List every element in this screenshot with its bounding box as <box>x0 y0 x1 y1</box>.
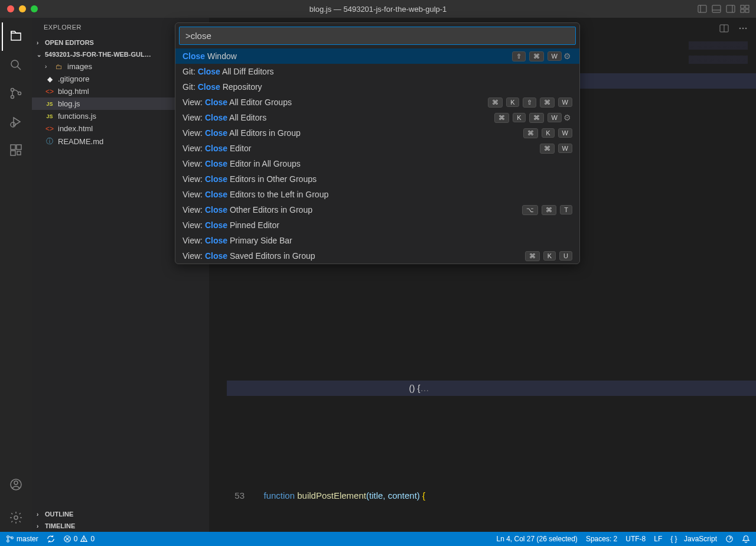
customize-layout-icon[interactable] <box>738 2 751 15</box>
svg-rect-8 <box>741 9 744 12</box>
keyword: function <box>264 490 295 500</box>
toggle-secondary-sidebar-icon[interactable] <box>724 2 737 15</box>
svg-point-10 <box>11 60 18 67</box>
svg-rect-17 <box>11 145 15 150</box>
command-item[interactable]: View: Close Other Editors in Group⌥⌘T <box>175 202 579 217</box>
svg-point-27 <box>742 28 744 30</box>
outline-section[interactable]: › OUTLINE <box>32 508 209 520</box>
command-item[interactable]: View: Close All Editor Groups⌘K⇧⌘W <box>175 95 579 110</box>
svg-marker-15 <box>14 118 20 126</box>
svg-point-36 <box>84 540 84 541</box>
command-item[interactable]: Git: Close All Diff Editors <box>175 64 579 79</box>
line-number: 53 <box>227 488 256 503</box>
command-label: View: Close All Editors in Group <box>183 128 523 138</box>
command-label: View: Close All Editor Groups <box>183 98 488 107</box>
command-item[interactable]: View: Close Editor in All Groups <box>175 156 579 171</box>
command-palette-input[interactable] <box>179 27 576 45</box>
debug-activity[interactable] <box>2 108 30 136</box>
keybinding: ⇧⌘W <box>512 51 562 61</box>
svg-rect-2 <box>712 5 721 12</box>
language-status[interactable]: { } JavaScript <box>670 535 717 543</box>
keybinding: ⌘K⌘W <box>494 113 562 123</box>
warning-count: 0 <box>90 535 94 543</box>
command-item[interactable]: Git: Close Repository <box>175 79 579 95</box>
command-label: Git: Close All Diff Editors <box>183 67 572 76</box>
command-label: Git: Close Repository <box>183 82 572 92</box>
maximize-window-button[interactable] <box>31 5 38 12</box>
status-bar: master 0 0 Ln 4, Col 27 (26 selected) Sp… <box>0 532 756 546</box>
folder-name: 5493201-JS-FOR-THE-WEB-GUL… <box>45 51 151 58</box>
command-label: View: Close Other Editors in Group <box>183 205 522 214</box>
titlebar: blog.js — 5493201-js-for-the-web-gulp-1 <box>0 0 756 18</box>
chevron-down-icon: ⌄ <box>37 51 43 58</box>
minimize-window-button[interactable] <box>19 5 26 12</box>
close-window-button[interactable] <box>7 5 14 12</box>
file-name: blog.js <box>58 99 80 108</box>
chevron-right-icon: › <box>37 40 43 46</box>
search-activity[interactable] <box>2 51 30 79</box>
branch-icon <box>6 535 14 543</box>
command-item[interactable]: View: Close All Editors⌘K⌘W⚙ <box>175 110 579 125</box>
layout-controls <box>696 2 751 15</box>
keybinding: ⌥⌘T <box>522 205 572 215</box>
error-count: 0 <box>74 535 78 543</box>
toggle-primary-sidebar-icon[interactable] <box>696 2 709 15</box>
fold-indicator: … <box>421 383 429 393</box>
feedback-status[interactable] <box>725 535 734 543</box>
notifications-status[interactable] <box>742 535 750 543</box>
keybinding: ⌘KU <box>525 251 572 261</box>
gear-icon[interactable]: ⚙ <box>562 113 572 122</box>
sync-status[interactable] <box>47 535 55 543</box>
command-label: Close Window <box>183 51 512 61</box>
svg-point-22 <box>14 481 18 485</box>
command-item[interactable]: View: Close Primary Side Bar <box>175 233 579 248</box>
traffic-lights <box>0 5 38 12</box>
file-name: blog.html <box>58 87 89 96</box>
error-icon <box>63 535 71 543</box>
command-palette-list: Close Window⇧⌘W⚙Git: Close All Diff Edit… <box>175 48 579 264</box>
warning-icon <box>80 535 88 543</box>
command-item[interactable]: View: Close Pinned Editor <box>175 217 579 233</box>
problems-status[interactable]: 0 0 <box>63 535 94 543</box>
command-label: View: Close Editor <box>183 144 540 153</box>
indentation-status[interactable]: Spaces: 2 <box>586 535 617 543</box>
settings-activity[interactable] <box>2 503 30 532</box>
command-item[interactable]: View: Close Editors to the Left in Group <box>175 187 579 202</box>
timeline-section[interactable]: › TIMELINE <box>32 520 209 532</box>
outline-label: OUTLINE <box>45 511 73 518</box>
open-editors-label: OPEN EDITORS <box>45 39 94 46</box>
eol-status[interactable]: LF <box>654 535 662 543</box>
accounts-activity[interactable] <box>2 470 30 499</box>
command-palette: Close Window⇧⌘W⚙Git: Close All Diff Edit… <box>175 22 580 264</box>
cursor-position-status[interactable]: Ln 4, Col 27 (26 selected) <box>496 535 577 543</box>
keybinding: ⌘KW <box>523 128 572 138</box>
command-item[interactable]: Close Window⇧⌘W⚙ <box>175 48 579 64</box>
timeline-label: TIMELINE <box>45 522 75 529</box>
bell-icon <box>742 535 750 543</box>
file-name: index.html <box>58 124 93 133</box>
chevron-right-icon: › <box>37 511 43 518</box>
explorer-activity[interactable] <box>2 22 30 51</box>
git-branch-status[interactable]: master <box>6 535 38 543</box>
command-item[interactable]: View: Close All Editors in Group⌘KW <box>175 125 579 141</box>
svg-rect-19 <box>11 151 15 155</box>
code-fragment: () { <box>409 383 420 393</box>
gear-icon[interactable]: ⚙ <box>562 51 572 61</box>
encoding-status[interactable]: UTF-8 <box>625 535 646 543</box>
command-label: View: Close Editors in Other Groups <box>183 174 572 184</box>
keybinding: ⌘W <box>540 144 572 154</box>
command-item[interactable]: View: Close Editors in Other Groups <box>175 171 579 187</box>
command-item[interactable]: View: Close Saved Editors in Group⌘KU <box>175 248 579 264</box>
command-item[interactable]: View: Close Editor⌘W <box>175 141 579 156</box>
command-label: View: Close Editor in All Groups <box>183 159 572 168</box>
function-name: buildPostElement <box>297 490 366 500</box>
split-editor-icon[interactable] <box>716 20 732 37</box>
toggle-panel-icon[interactable] <box>710 2 723 15</box>
svg-point-26 <box>739 28 741 30</box>
extensions-activity[interactable] <box>2 136 30 164</box>
svg-rect-4 <box>726 5 735 12</box>
brace: { <box>420 490 425 500</box>
source-control-activity[interactable] <box>2 79 30 108</box>
file-name: README.md <box>58 137 103 146</box>
more-actions-icon[interactable] <box>735 20 751 37</box>
